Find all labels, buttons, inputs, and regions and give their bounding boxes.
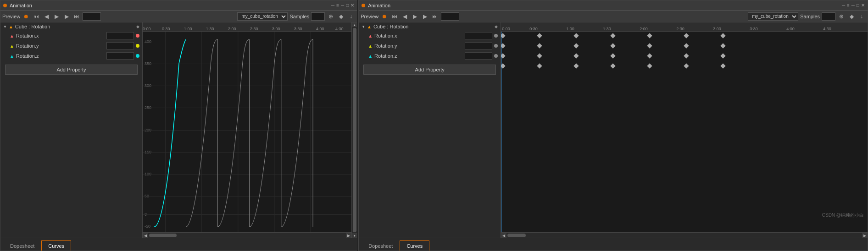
left-scroll-right[interactable]: ▶: [346, 233, 351, 238]
right-kf-y-3[interactable]: [611, 53, 616, 58]
left-snap-btn[interactable]: ⊕: [327, 12, 335, 21]
left-scroll-down[interactable]: ▼: [352, 233, 357, 238]
right-scroll-left[interactable]: ◀: [501, 233, 506, 238]
right-dopesheet-content: CSDN @纯纯的小白: [501, 32, 868, 232]
right-pushdown-btn[interactable]: ↓: [857, 12, 866, 21]
right-kf-y-5[interactable]: [684, 53, 689, 58]
left-scroll-left[interactable]: ◀: [143, 233, 148, 238]
left-prop-z-dot[interactable]: [136, 54, 139, 58]
right-kf-group-2[interactable]: [574, 33, 579, 38]
right-kf-group-3[interactable]: [611, 33, 616, 38]
right-kf-z-2[interactable]: [574, 63, 579, 68]
right-add-property-btn[interactable]: Add Property: [363, 65, 496, 75]
left-ruler-7: 3:30: [294, 27, 302, 31]
right-kf-z-0[interactable]: [501, 63, 506, 68]
right-tab-curves[interactable]: Curves: [400, 240, 429, 251]
left-record-btn[interactable]: ⏺: [22, 12, 30, 21]
left-prop-x-value[interactable]: 0: [106, 32, 134, 39]
left-scroll-up[interactable]: ▲: [352, 22, 357, 27]
right-scroll-right[interactable]: ▶: [862, 233, 868, 238]
left-tab-curves[interactable]: Curves: [41, 240, 71, 251]
right-kf-x-5[interactable]: [684, 43, 689, 48]
right-kf-z-1[interactable]: [537, 63, 542, 68]
left-pin-icon[interactable]: ─: [331, 3, 334, 8]
right-kf-x-2[interactable]: [574, 43, 579, 48]
right-kf-x-1[interactable]: [537, 43, 542, 48]
left-prop-y-dot[interactable]: [136, 44, 139, 48]
right-kf-y-6[interactable]: [721, 53, 726, 58]
right-prop-x-value[interactable]: 0: [465, 32, 492, 39]
right-skip-end-btn[interactable]: ⏭: [431, 12, 439, 21]
left-next-frame-btn[interactable]: ▶: [62, 12, 71, 21]
right-close-icon[interactable]: ✕: [861, 3, 865, 8]
left-skip-start-btn[interactable]: ⏮: [32, 12, 40, 21]
right-prop-y-dot[interactable]: [494, 44, 498, 48]
right-kf-x-3[interactable]: [611, 43, 616, 48]
right-cube-icon: ▲: [367, 24, 372, 29]
left-prop-y-value[interactable]: 0: [106, 42, 134, 49]
right-scrollbar-h[interactable]: ◀ ▶: [501, 232, 868, 238]
right-samples-input[interactable]: 60: [822, 12, 835, 21]
right-tab-dopesheet[interactable]: Dopesheet: [362, 240, 400, 251]
right-kf-x-4[interactable]: [647, 43, 652, 48]
right-ruler-3: 1:30: [603, 27, 611, 31]
right-key-btn[interactable]: ◆: [847, 12, 856, 21]
right-next-frame-btn[interactable]: ▶: [421, 12, 429, 21]
right-frame-input[interactable]: 0: [441, 12, 459, 21]
right-minimize-icon[interactable]: ─: [851, 3, 855, 8]
left-close-icon[interactable]: ✕: [351, 3, 354, 8]
right-record-btn[interactable]: ⏺: [380, 12, 389, 21]
right-kf-y-1[interactable]: [537, 53, 542, 58]
right-prop-z-value[interactable]: 0: [465, 52, 492, 60]
left-frame-input[interactable]: 0: [83, 12, 101, 21]
left-prop-z-value[interactable]: 0: [106, 52, 134, 60]
left-maximize-icon[interactable]: □: [346, 3, 349, 8]
right-kf-y-4[interactable]: [647, 53, 652, 58]
right-prop-x-dot[interactable]: [494, 34, 498, 38]
right-kf-z-5[interactable]: [684, 63, 689, 68]
right-prop-z-icon: ▲: [368, 54, 373, 59]
right-kf-group-4[interactable]: [647, 33, 652, 38]
left-prop-x-dot[interactable]: [136, 34, 139, 38]
right-action-dropdown[interactable]: my_cube_rotation: [748, 12, 798, 21]
right-kf-group-0[interactable]: [501, 33, 506, 38]
right-kf-y-2[interactable]: [574, 53, 579, 58]
right-kf-group-6[interactable]: [721, 33, 726, 38]
right-skip-start-btn[interactable]: ⏮: [390, 12, 399, 21]
left-samples-input[interactable]: 60: [311, 12, 325, 21]
left-scroll-thumb[interactable]: [149, 234, 177, 237]
right-kf-group-1[interactable]: [537, 33, 542, 38]
right-play-btn[interactable]: ▶: [411, 12, 419, 21]
right-scroll-thumb[interactable]: [507, 234, 526, 237]
left-pushdown-btn[interactable]: ↓: [347, 12, 355, 21]
left-tab-dopesheet[interactable]: Dopesheet: [3, 240, 41, 251]
left-minimize-icon[interactable]: ─: [341, 3, 344, 8]
left-action-dropdown[interactable]: my_cube_rotation: [237, 12, 288, 21]
right-kf-z-3[interactable]: [611, 63, 616, 68]
left-vscroll-thumb[interactable]: [353, 28, 356, 232]
left-play-btn[interactable]: ▶: [52, 12, 61, 21]
left-menu-icon[interactable]: ≡: [336, 3, 339, 8]
right-kf-y-0[interactable]: [501, 53, 506, 58]
right-kf-x-6[interactable]: [721, 43, 726, 48]
left-scrollbar-h[interactable]: ◀ ▶: [143, 232, 351, 238]
right-kf-x-0[interactable]: [501, 43, 506, 48]
left-skip-end-btn[interactable]: ⏭: [72, 12, 81, 21]
left-prev-frame-btn[interactable]: ◀: [42, 12, 50, 21]
right-prev-frame-btn[interactable]: ◀: [401, 12, 409, 21]
right-prop-z-dot[interactable]: [494, 54, 498, 58]
right-kf-group-5[interactable]: [684, 33, 689, 38]
right-maximize-icon[interactable]: □: [857, 3, 859, 8]
right-snap-btn[interactable]: ⊕: [837, 12, 846, 21]
left-properties-panel: ▼ ▲ Cube : Rotation ◆ ▲ Rotation.x 0 ▲ R…: [0, 22, 143, 238]
left-key-btn[interactable]: ◆: [337, 12, 345, 21]
right-pin-icon[interactable]: ─: [842, 3, 845, 8]
left-ruler-5: 2:30: [250, 27, 258, 31]
right-kf-z-4[interactable]: [647, 63, 652, 68]
left-group-header[interactable]: ▼ ▲ Cube : Rotation ◆: [0, 22, 142, 31]
right-group-header[interactable]: ▼ ▲ Cube : Rotation ◆: [359, 22, 501, 31]
right-menu-icon[interactable]: ≡: [847, 3, 850, 8]
right-kf-z-6[interactable]: [721, 63, 726, 68]
left-add-property-btn[interactable]: Add Property: [5, 65, 138, 75]
right-prop-y-value[interactable]: 0: [465, 42, 492, 49]
